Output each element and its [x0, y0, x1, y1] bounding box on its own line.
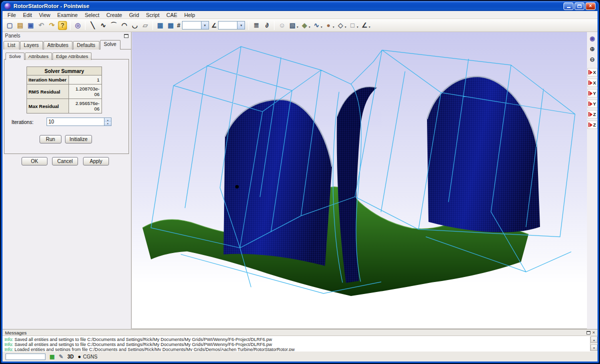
tab-defaults[interactable]: Defaults [73, 41, 100, 50]
menu-create[interactable]: Create [103, 12, 126, 18]
save-file-icon[interactable]: ▣ [26, 20, 36, 30]
copy-entity-icon[interactable]: ≣ [251, 20, 262, 30]
menu-cae[interactable]: CAE [163, 12, 181, 18]
cancel-button[interactable]: Cancel [52, 157, 78, 166]
selection-marker[interactable] [236, 185, 239, 188]
structured-grid-icon[interactable]: ▦ [155, 20, 166, 30]
chevron-down-icon[interactable]: ▾ [357, 25, 358, 28]
trackball-icon[interactable]: ◉ [588, 34, 597, 43]
revolve-tool-icon[interactable]: ▱ [140, 20, 150, 30]
menu-view[interactable]: View [36, 12, 54, 18]
menu-script[interactable]: Script [142, 12, 163, 18]
view-plus-z-button[interactable]: Z [588, 110, 598, 118]
view-minus-y-button[interactable]: Y [588, 100, 598, 108]
help-icon[interactable]: ? [58, 21, 67, 30]
main-area: Panels ListLayersAttributesDefaultsSolve… [2, 32, 598, 329]
undo-icon[interactable]: ↶ [36, 20, 46, 30]
view-minus-z-button[interactable]: Z [588, 120, 598, 129]
toolbar-icon[interactable]: ◇ [336, 20, 346, 30]
toolbar-icon[interactable]: ∿ [311, 20, 322, 30]
minimize-button[interactable] [564, 2, 574, 10]
menu-examine[interactable]: Examine [54, 12, 82, 18]
tool-status-icon[interactable]: ✎ [58, 354, 63, 360]
toolbar-icon[interactable]: □ [348, 20, 358, 30]
view-plus-x-button[interactable]: X [588, 68, 598, 76]
ok-button[interactable]: OK [22, 157, 48, 166]
toolbar-icon[interactable]: ∠ [360, 20, 370, 30]
subtab-solve[interactable]: Solve [6, 52, 24, 60]
spline-tool-icon[interactable]: ∿ [98, 20, 108, 30]
display-style-icon[interactable]: ◎ [72, 20, 83, 30]
menu-help[interactable]: Help [180, 12, 198, 18]
chevron-down-icon[interactable]: ▾ [296, 25, 298, 28]
blade-left[interactable] [224, 100, 332, 266]
menu-edit[interactable]: Edit [20, 12, 36, 18]
domain-filter-icon: ◆ ▾ [299, 20, 311, 30]
undock-panel-icon[interactable] [124, 34, 128, 38]
chevron-down-icon[interactable]: ▾ [333, 25, 334, 28]
chevron-down-icon[interactable]: ▼ [237, 22, 244, 29]
spacing-combobox[interactable]: ▼ [218, 21, 245, 30]
redo-icon[interactable]: ↷ [46, 20, 57, 30]
menu-select[interactable]: Select [81, 12, 102, 18]
iterations-spinner[interactable]: ▴ ▾ [104, 118, 112, 126]
messages-log: Info: Saved all entities and settings to… [2, 336, 590, 351]
maximize-button[interactable] [574, 2, 584, 10]
toolbar-separator [152, 21, 153, 30]
arc-tool-icon[interactable]: ⌒ [108, 20, 119, 30]
chevron-down-icon[interactable]: ▾ [320, 25, 322, 28]
open-file-icon[interactable]: ▤ [15, 20, 26, 30]
unstructured-grid-icon[interactable]: ▩ [166, 20, 176, 30]
toolbar-separator [85, 21, 86, 30]
tab-layers[interactable]: Layers [20, 41, 43, 50]
chevron-down-icon[interactable]: ▾ [308, 25, 310, 28]
zoom-in-icon[interactable]: ⊕ [588, 44, 597, 54]
initialize-button[interactable]: Initialize [65, 135, 92, 144]
viewport-3d[interactable] [132, 32, 587, 329]
run-button[interactable]: Run [40, 135, 62, 144]
dimension-combobox[interactable]: ▼ [182, 21, 209, 30]
tab-attributes[interactable]: Attributes [44, 41, 72, 50]
spin-down-icon[interactable]: ▾ [104, 122, 111, 126]
zoom-out-icon[interactable]: ⊖ [588, 54, 597, 64]
block-filter-icon: ▧ ▾ [287, 20, 299, 30]
message-line: Info: Saved all entities and settings to… [4, 342, 588, 347]
new-file-icon[interactable]: ▢ [4, 20, 15, 30]
spin-up-icon[interactable]: ▴ [104, 118, 111, 122]
grid-status-icon[interactable]: ▦ [50, 354, 54, 360]
solver-summary-title: Solver Summary [27, 67, 102, 76]
cae-solver-label: CGNS [83, 354, 98, 360]
database-filter-icon: ● ▾ [324, 20, 336, 30]
axis-arrow-icon [588, 70, 590, 74]
tab-solve[interactable]: Solve [100, 40, 120, 50]
undock-messages-icon[interactable] [586, 331, 590, 334]
toolbar-icon[interactable]: ● [324, 20, 334, 30]
close-button[interactable]: × [586, 2, 596, 10]
toolbar-icon[interactable]: ◆ [299, 20, 310, 30]
titlebar[interactable]: RotorStatorRotor - Pointwise × [2, 1, 598, 11]
chevron-down-icon[interactable]: ▼ [201, 22, 208, 29]
command-input[interactable] [6, 354, 46, 360]
derivative-icon[interactable]: ∂ [262, 20, 272, 30]
view-plus-y-button[interactable]: Y [588, 89, 598, 98]
tab-list[interactable]: List [4, 41, 20, 50]
chevron-down-icon[interactable]: ▾ [369, 25, 370, 28]
menu-file[interactable]: File [4, 12, 20, 18]
solver-summary-table: Solver Summary Iteration Number 1 RMS Re… [26, 66, 102, 114]
apply-button[interactable]: Apply [83, 157, 109, 166]
close-messages-icon[interactable]: × [592, 330, 595, 335]
subtab-edge-attributes[interactable]: Edge Attributes [52, 52, 92, 60]
toolbar-icon[interactable]: ▧ [287, 20, 298, 30]
menu-grid[interactable]: Grid [126, 12, 142, 18]
scroll-up-icon[interactable]: ▴ [590, 336, 598, 343]
iterations-input[interactable] [46, 118, 104, 126]
chevron-down-icon[interactable]: ▾ [345, 25, 346, 28]
mask-icon[interactable]: ☺ [276, 20, 287, 30]
view-minus-x-button[interactable]: X [588, 78, 598, 87]
fillet-tool-icon[interactable]: ◡ [130, 20, 140, 30]
segment-tool-icon[interactable]: ╲ [88, 20, 98, 30]
conic-tool-icon[interactable]: ◠ [119, 20, 130, 30]
messages-scrollbar[interactable]: ▴ ▾ [590, 336, 598, 351]
subtab-attributes[interactable]: Attributes [25, 52, 52, 60]
scroll-down-icon[interactable]: ▾ [590, 344, 598, 351]
